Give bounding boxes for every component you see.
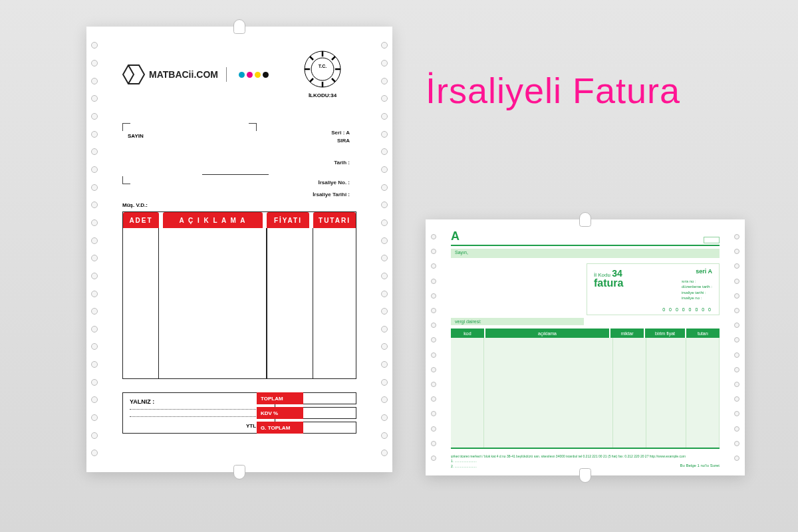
tear-tab-top <box>579 212 591 227</box>
tarih-label: Tarih : <box>334 160 350 166</box>
s2-col-birim: birim fiyat <box>645 329 685 338</box>
tear-tab-bottom <box>579 468 591 483</box>
svg-line-7 <box>310 57 313 60</box>
s2-meta: sıra no : düzenleme tarih : irsaliye tar… <box>682 279 712 301</box>
sira-label: SIRA <box>337 138 350 144</box>
s2-col-kod: kod <box>451 329 484 338</box>
s2-table: kod açıklama miktar birim fiyat tutarı <box>451 329 720 449</box>
underline <box>202 174 269 175</box>
divider <box>226 67 227 82</box>
table-body <box>123 228 356 378</box>
brand-logo: MATBACii.COM <box>122 63 269 86</box>
svg-point-2 <box>311 58 334 80</box>
col-adet: ADET <box>123 212 159 228</box>
cmyk-dots-icon <box>239 72 269 78</box>
s2-sayin: Sayın, <box>451 249 720 258</box>
sprocket-holes-left <box>86 27 102 472</box>
irsaliye-tarih-label: İrsaliye Tarihi : <box>313 192 350 198</box>
col-fiyati: FİYATI <box>267 212 309 228</box>
s2-table-body <box>451 338 720 449</box>
irsaliye-no-label: İrsaliye No. : <box>318 180 350 186</box>
sprocket-holes-right <box>376 27 392 472</box>
s2-table-header: kod açıklama miktar birim fiyat tutarı <box>451 329 720 338</box>
s2-footer: şirket ticaret merkezi / blok kat:4 d:no… <box>451 454 720 469</box>
s2-footer-notes: 1. ........................ 2. .........… <box>451 459 720 469</box>
invoice-sample-red: MATBACii.COM T.C. İLKODU:34 <box>86 27 392 472</box>
s2-topright-box <box>704 237 720 243</box>
s2-col-tutari: tutarı <box>686 329 720 338</box>
page-title: İrsaliyeli Fatura <box>426 70 680 111</box>
tear-tab-bottom <box>233 465 245 479</box>
total-kdv: KDV % <box>257 407 303 419</box>
s2-footer-addr: şirket ticaret merkezi / blok kat:4 d:no… <box>451 454 720 460</box>
table-header: ADET A Ç I K L A M A FİYATI TUTARI <box>123 212 356 228</box>
s2-info-box: İl Kodu 34 fatura seri A sıra no : düzen… <box>587 263 720 315</box>
svg-line-9 <box>332 57 335 60</box>
s2-fatura-title: fatura <box>594 277 623 289</box>
s2-vergi: vergi dairesi: <box>451 318 584 325</box>
totals-block: TOPLAM KDV % G. TOPLAM <box>257 392 356 436</box>
hexagon-icon <box>122 63 145 86</box>
yalniz-label: YALNIZ : <box>130 398 154 405</box>
col-aciklama: A Ç I K L A M A <box>163 212 263 228</box>
invoice-footer: YALNIZ : YTL 'dir. TOPLAM KDV % G. TOPLA… <box>122 386 356 446</box>
crop-corner <box>249 123 257 131</box>
crop-corner <box>122 176 130 184</box>
s2-col-miktar: miktar <box>610 329 644 338</box>
s2-serial-digits: 0 0 0 0 0 0 0 0 <box>662 307 712 312</box>
col-tutari: TUTARI <box>313 212 356 228</box>
invoice-sample-green: A Sayın, İl Kodu 34 fatura seri A sıra n… <box>426 219 745 475</box>
s2-col-aciklama: açıklama <box>485 329 609 338</box>
total-gtoplam: G. TOPLAM <box>257 422 303 434</box>
sayin-label: SAYIN <box>128 133 144 139</box>
svg-line-10 <box>310 78 313 82</box>
svg-text:T.C.: T.C. <box>319 64 327 68</box>
tear-tab-top <box>233 19 245 34</box>
stamp-label: İLKODU:34 <box>302 92 343 98</box>
mus-vd-label: Müş. V.D.: <box>122 202 148 208</box>
svg-line-8 <box>332 78 335 82</box>
yalniz-box: YALNIZ : YTL 'dir. <box>122 392 275 434</box>
s2-seri: seri A <box>696 268 712 275</box>
s2-letter: A <box>451 229 460 243</box>
line-items-table: ADET A Ç I K L A M A FİYATI TUTARI <box>122 211 356 379</box>
crop-corner <box>122 123 130 131</box>
s2-topbar: A <box>451 231 720 246</box>
brand-text: MATBACii.COM <box>149 69 218 80</box>
sprocket-holes-left <box>426 219 442 475</box>
sprocket-holes-right <box>729 219 745 475</box>
total-toplam: TOPLAM <box>257 392 303 404</box>
seri-label: Seri : A <box>331 130 350 136</box>
ministry-stamp: T.C. İLKODU:34 <box>302 50 343 98</box>
s2-footer-right: Bu Belge 1 no'lu Suret <box>680 463 720 469</box>
stamp-icon: T.C. <box>303 50 342 88</box>
